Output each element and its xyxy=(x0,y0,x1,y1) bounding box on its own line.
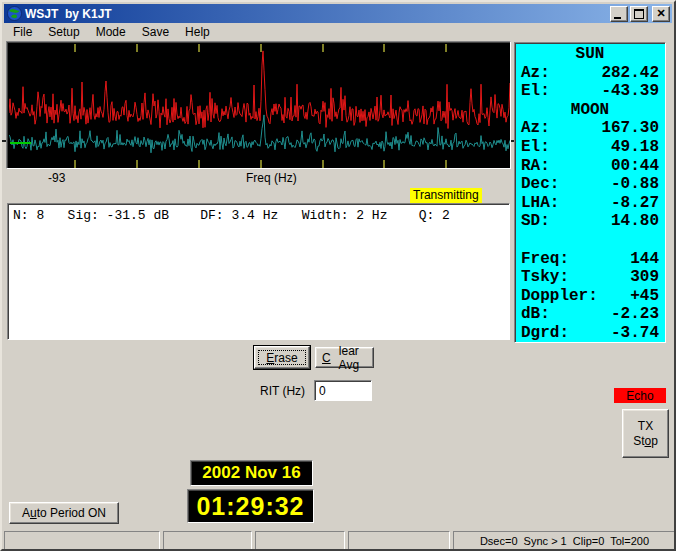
astro-label: Az: xyxy=(521,64,550,83)
astro-row: Dgrd:-3.74 xyxy=(521,324,659,343)
status-bar: Dsec=0 Sync > 1 Clip=0 Tol=200 xyxy=(2,529,676,551)
astro-row: El:-43.39 xyxy=(521,82,659,101)
astro-label: Dgrd: xyxy=(521,324,569,343)
tx-stop-button[interactable]: TX Stop xyxy=(622,409,669,458)
tx-stop-line2: Stop xyxy=(633,434,658,449)
echo-badge: Echo xyxy=(614,388,666,403)
astro-label: RA: xyxy=(521,157,550,176)
astro-label: Doppler: xyxy=(521,287,598,306)
astro-value: -8.27 xyxy=(611,194,659,213)
maximize-icon xyxy=(634,9,644,19)
astro-label: SD: xyxy=(521,212,550,231)
spectrum-plot xyxy=(6,41,511,169)
astro-label: Dec: xyxy=(521,175,559,194)
close-button[interactable]: ✕ xyxy=(652,6,670,22)
astro-value: 144 xyxy=(630,250,659,269)
menu-bar: File Setup Mode Save Help xyxy=(5,24,671,41)
astro-header: MOON xyxy=(521,101,659,120)
astro-row: Dec:-0.88 xyxy=(521,175,659,194)
maximize-button[interactable] xyxy=(630,6,648,22)
astro-row: LHA:-8.27 xyxy=(521,194,659,213)
menu-file[interactable]: File xyxy=(5,24,40,41)
astro-label: El: xyxy=(521,82,550,101)
astro-row: Tsky:309 xyxy=(521,268,659,287)
window-title: WSJT by K1JT xyxy=(25,7,608,21)
astro-label: LHA: xyxy=(521,194,559,213)
astro-value: -43.39 xyxy=(601,82,659,101)
astro-row: Doppler:+45 xyxy=(521,287,659,306)
status-panel-2 xyxy=(163,531,252,550)
tx-stop-line1: TX xyxy=(638,419,653,434)
auto-period-button[interactable]: Auto Period ON xyxy=(9,502,119,524)
title-bar: WSJT by K1JT ✕ xyxy=(4,4,672,23)
astro-value: 49.18 xyxy=(611,138,659,157)
menu-mode[interactable]: Mode xyxy=(88,24,134,41)
astro-value: -3.74 xyxy=(611,324,659,343)
menu-save[interactable]: Save xyxy=(134,24,177,41)
rit-input[interactable] xyxy=(314,380,372,401)
astro-value: 167.30 xyxy=(601,119,659,138)
date-display: 2002 Nov 16 xyxy=(190,460,313,486)
x-tick-label: -93 xyxy=(48,171,65,185)
astro-label: Tsky: xyxy=(521,268,569,287)
astro-value: +45 xyxy=(630,287,659,306)
status-panel-1 xyxy=(4,531,160,550)
status-panel-3 xyxy=(255,531,345,550)
astro-panel: SUNAz:282.42El:-43.39MOONAz:167.30El:49.… xyxy=(514,42,666,343)
status-panel-4 xyxy=(348,531,450,550)
menu-setup[interactable]: Setup xyxy=(40,24,87,41)
astro-row: Az:282.42 xyxy=(521,64,659,83)
astro-value: 309 xyxy=(630,268,659,287)
menu-help[interactable]: Help xyxy=(177,24,218,41)
astro-row: El:49.18 xyxy=(521,138,659,157)
astro-value: 282.42 xyxy=(601,64,659,83)
astro-value: 00:44 xyxy=(611,157,659,176)
close-icon: ✕ xyxy=(656,8,665,19)
erase-button[interactable]: Erase xyxy=(254,346,310,369)
minimize-icon xyxy=(614,17,621,19)
globe-icon xyxy=(7,6,22,21)
astro-spacer xyxy=(521,231,659,250)
astro-label: El: xyxy=(521,138,550,157)
astro-label: Freq: xyxy=(521,250,569,269)
astro-label: dB: xyxy=(521,305,550,324)
astro-header: SUN xyxy=(521,45,659,64)
spectrum-svg xyxy=(9,44,510,168)
rit-label: RIT (Hz) xyxy=(260,384,305,398)
status-panel-params: Dsec=0 Sync > 1 Clip=0 Tol=200 xyxy=(453,531,676,550)
astro-value: 14.80 xyxy=(611,212,659,231)
astro-row: Freq:144 xyxy=(521,250,659,269)
left-axis-tick xyxy=(2,140,6,142)
astro-label: Az: xyxy=(521,119,550,138)
minimize-button[interactable] xyxy=(610,6,628,22)
astro-row: SD:14.80 xyxy=(521,212,659,231)
time-display: 01:29:32 xyxy=(187,489,314,523)
astro-row: dB:-2.23 xyxy=(521,305,659,324)
astro-value: -2.23 xyxy=(611,305,659,324)
astro-row: Az:167.30 xyxy=(521,119,659,138)
clear-avg-button[interactable]: Clear Avg xyxy=(315,347,374,368)
x-axis-title: Freq (Hz) xyxy=(246,171,297,185)
wsjt-window: WSJT by K1JT ✕ File Setup Mode Save Help… xyxy=(0,0,676,551)
astro-row: RA:00:44 xyxy=(521,157,659,176)
decode-text-area[interactable]: N: 8 Sig: -31.5 dB DF: 3.4 Hz Width: 2 H… xyxy=(7,203,510,340)
astro-value: -0.88 xyxy=(611,175,659,194)
transmitting-badge: Transmitting xyxy=(410,188,482,203)
